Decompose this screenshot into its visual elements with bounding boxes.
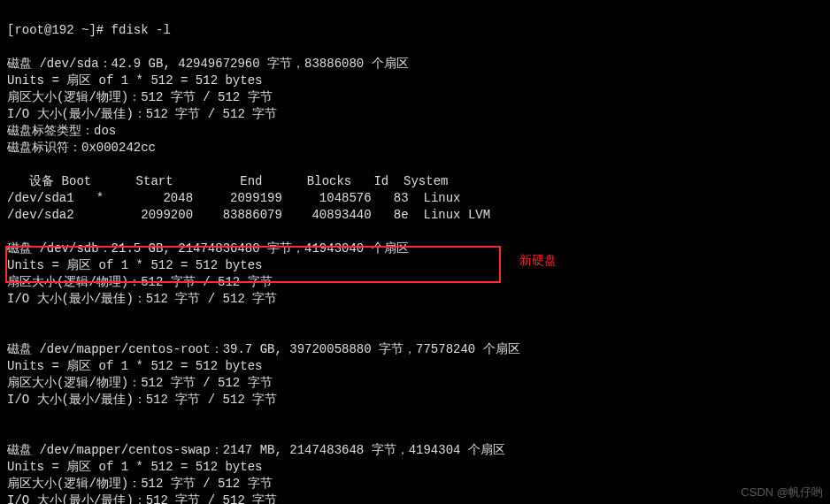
partition-row-sda2: /dev/sda2 2099200 83886079 40893440 8e L…	[7, 208, 490, 222]
watermark: CSDN @帆仔哟	[741, 485, 823, 500]
disk-sdb-io: I/O 大小(最小/最佳)：512 字节 / 512 字节	[7, 292, 277, 306]
disk-centosswap-sector: 扇区大小(逻辑/物理)：512 字节 / 512 字节	[7, 477, 273, 491]
disk-sda-io: I/O 大小(最小/最佳)：512 字节 / 512 字节	[7, 107, 277, 121]
disk-centosswap-io: I/O 大小(最小/最佳)：512 字节 / 512 字节	[7, 493, 277, 504]
disk-centosswap-units: Units = 扇区 of 1 * 512 = 512 bytes	[7, 460, 262, 474]
disk-sda-units: Units = 扇区 of 1 * 512 = 512 bytes	[7, 73, 262, 88]
disk-sdb-header: 磁盘 /dev/sdb：21.5 GB, 21474836480 字节，4194…	[7, 241, 409, 256]
disk-sda-labeltype: 磁盘标签类型：dos	[7, 124, 116, 138]
disk-sdb-units: Units = 扇区 of 1 * 512 = 512 bytes	[7, 258, 262, 272]
disk-sda-header: 磁盘 /dev/sda：42.9 GB, 42949672960 字节，8388…	[7, 57, 409, 71]
disk-centosroot-header: 磁盘 /dev/mapper/centos-root：39.7 GB, 3972…	[7, 342, 520, 356]
partition-table-header: 设备 Boot Start End Blocks Id System	[7, 174, 448, 188]
shell-prompt-line: [root@192 ~]# fdisk -l	[7, 23, 171, 37]
disk-centosroot-sector: 扇区大小(逻辑/物理)：512 字节 / 512 字节	[7, 376, 273, 390]
disk-centosswap-header: 磁盘 /dev/mapper/centos-swap：2147 MB, 2147…	[7, 443, 505, 457]
disk-sda-identifier: 磁盘标识符：0x000242cc	[7, 141, 156, 155]
partition-row-sda1: /dev/sda1 * 2048 2099199 1048576 83 Linu…	[7, 191, 460, 205]
terminal-output: [root@192 ~]# fdisk -l 磁盘 /dev/sda：42.9 …	[0, 0, 830, 504]
disk-centosroot-units: Units = 扇区 of 1 * 512 = 512 bytes	[7, 359, 262, 373]
disk-sdb-sector: 扇区大小(逻辑/物理)：512 字节 / 512 字节	[7, 275, 273, 289]
annotation-new-disk: 新硬盘	[519, 253, 557, 269]
disk-sda-sector: 扇区大小(逻辑/物理)：512 字节 / 512 字节	[7, 90, 273, 104]
disk-centosroot-io: I/O 大小(最小/最佳)：512 字节 / 512 字节	[7, 393, 277, 407]
